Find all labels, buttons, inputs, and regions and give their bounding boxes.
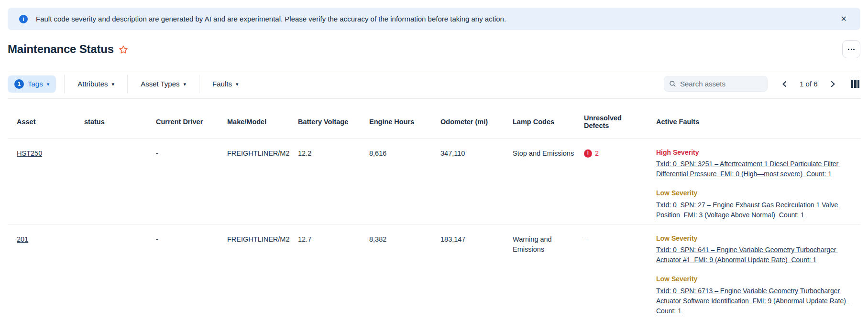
info-icon: i [19, 15, 28, 23]
close-icon[interactable]: ✕ [839, 13, 849, 25]
filter-group: 1 Tags ▾ Attributes ▾ Asset Types ▾ Faul… [8, 75, 243, 93]
pagination: 1 of 6 [779, 78, 839, 90]
asset-cell: HST250 [17, 138, 84, 159]
column-header-active-faults: Active Faults [656, 111, 860, 126]
previous-page-button[interactable] [779, 78, 790, 90]
next-page-button[interactable] [827, 78, 839, 90]
chevron-left-icon [781, 81, 787, 87]
search-icon [669, 80, 676, 87]
column-header-odometer: Odometer (mi) [440, 111, 513, 126]
column-header-asset: Asset [17, 111, 84, 126]
filter-tags-label: Tags [28, 80, 43, 88]
defect-alert-icon: ! [584, 149, 592, 158]
status-cell [84, 138, 156, 149]
page-title: Maintenance Status [8, 43, 114, 56]
status-cell [84, 224, 156, 234]
column-header-current-driver: Current Driver [156, 111, 227, 126]
column-header-make-model: Make/Model [227, 111, 298, 126]
filter-faults-button[interactable]: Faults ▾ [208, 76, 243, 92]
filter-toolbar: 1 Tags ▾ Attributes ▾ Asset Types ▾ Faul… [8, 69, 860, 99]
column-header-engine-hours: Engine Hours [369, 111, 440, 126]
fault-severity-label: Low Severity [656, 188, 854, 198]
chevron-down-icon: ▾ [47, 80, 50, 87]
toolbar-right: 1 of 6 [664, 76, 860, 92]
battery-voltage-cell: 12.2 [298, 138, 369, 159]
unresolved-defects-cell: ! 2 [584, 138, 656, 159]
asset-link[interactable]: HST250 [17, 149, 42, 157]
more-icon [848, 49, 849, 50]
banner-text: Fault code severity and description are … [36, 15, 506, 23]
filter-asset-types-button[interactable]: Asset Types ▾ [136, 76, 191, 92]
column-header-lamp-codes: Lamp Codes [513, 111, 584, 126]
current-driver-cell: - [156, 138, 227, 159]
toolbar-divider [127, 75, 128, 93]
search-wrap [664, 76, 768, 92]
chevron-down-icon: ▾ [112, 80, 115, 87]
fault-item: Low Severity TxId: 0 SPN: 641 – Engine V… [656, 234, 854, 265]
favorite-star-icon[interactable] [119, 43, 128, 56]
ai-experimental-banner: i Fault code severity and description ar… [8, 8, 860, 30]
columns-icon[interactable] [850, 79, 861, 89]
title-row: Maintenance Status [8, 40, 860, 59]
fault-severity-label: Low Severity [656, 234, 854, 243]
chevron-down-icon: ▾ [236, 80, 239, 87]
filter-faults-label: Faults [212, 80, 232, 88]
fault-item: Low Severity TxId: 0 SPN: 6713 – Engine … [656, 274, 854, 316]
filter-asset-types-label: Asset Types [141, 80, 179, 88]
asset-link[interactable]: 201 [17, 235, 28, 243]
odometer-cell: 347,110 [440, 138, 513, 159]
active-faults-cell: Low Severity TxId: 0 SPN: 641 – Engine V… [656, 224, 860, 319]
fault-item: High Severity TxId: 0 SPN: 3251 – Aftert… [656, 148, 854, 179]
column-header-status: status [84, 111, 156, 126]
active-faults-cell: High Severity TxId: 0 SPN: 3251 – Aftert… [656, 138, 860, 229]
unresolved-defects-cell: – [584, 224, 656, 245]
fault-link[interactable]: TxId: 0 SPN: 641 – Engine Variable Geome… [656, 245, 854, 265]
lamp-codes-cell: Warning and Emissions [513, 224, 584, 255]
table-header-row: Asset status Current Driver Make/Model B… [8, 99, 860, 138]
fault-severity-label: Low Severity [656, 274, 854, 284]
page-indicator: 1 of 6 [800, 80, 818, 88]
tags-count-badge: 1 [14, 79, 24, 89]
column-header-battery-voltage: Battery Voltage [298, 111, 369, 126]
fault-item: Low Severity TxId: 0 SPN: 27 – Engine Ex… [656, 188, 854, 220]
toolbar-divider [64, 75, 65, 93]
chevron-right-icon [830, 81, 836, 87]
fault-link[interactable]: TxId: 0 SPN: 27 – Engine Exhaust Gas Rec… [656, 200, 854, 220]
engine-hours-cell: 8,382 [369, 224, 440, 245]
odometer-cell: 183,147 [440, 224, 513, 245]
fault-link[interactable]: TxId: 0 SPN: 6713 – Engine Variable Geom… [656, 286, 854, 316]
fault-severity-label: High Severity [656, 148, 854, 157]
assets-table: Asset status Current Driver Make/Model B… [8, 99, 860, 319]
search-input[interactable] [664, 76, 768, 92]
table-row: HST250 - FREIGHTLINER/M2 12.2 8,616 347,… [8, 138, 860, 224]
toolbar-divider [199, 75, 199, 93]
filter-attributes-label: Attributes [77, 80, 108, 88]
make-model-cell: FREIGHTLINER/M2 [227, 224, 298, 245]
column-header-unresolved-defects: Unresolved Defects [584, 107, 656, 129]
defect-count: 2 [595, 149, 599, 159]
filter-tags-button[interactable]: 1 Tags ▾ [8, 75, 56, 93]
filter-attributes-button[interactable]: Attributes ▾ [73, 76, 119, 92]
more-actions-button[interactable] [842, 40, 860, 58]
make-model-cell: FREIGHTLINER/M2 [227, 138, 298, 159]
lamp-codes-cell: Stop and Emissions [513, 138, 584, 159]
fault-link[interactable]: TxId: 0 SPN: 3251 – Aftertreatment 1 Die… [656, 159, 854, 179]
battery-voltage-cell: 12.7 [298, 224, 369, 245]
asset-cell: 201 [17, 224, 84, 245]
engine-hours-cell: 8,616 [369, 138, 440, 159]
chevron-down-icon: ▾ [184, 80, 187, 87]
current-driver-cell: - [156, 224, 227, 245]
table-row: 201 - FREIGHTLINER/M2 12.7 8,382 183,147… [8, 224, 860, 319]
